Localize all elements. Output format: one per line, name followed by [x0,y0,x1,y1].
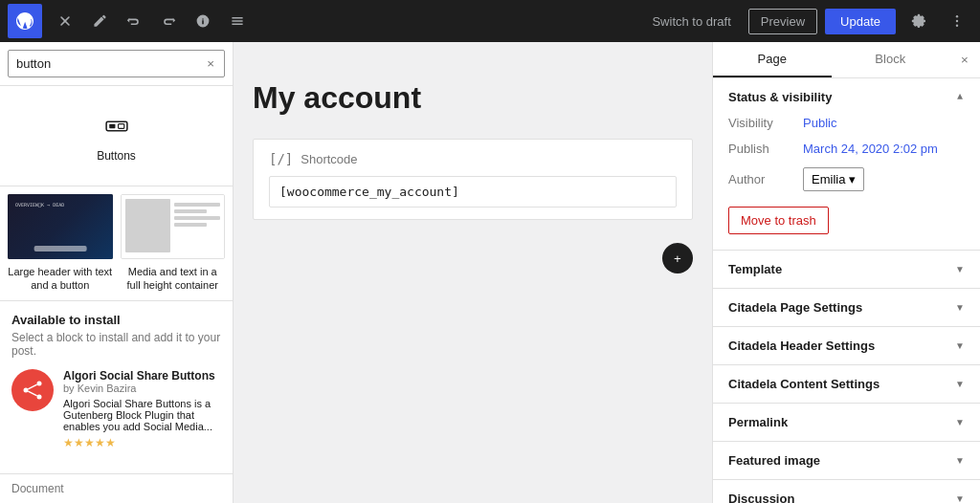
section-template-header[interactable]: Template ▼ [713,251,980,288]
svg-line-10 [28,391,36,396]
more-options-button[interactable] [942,6,972,36]
buttons-block-icon [100,109,134,143]
section-discussion-chevron: ▼ [955,493,965,503]
section-featured-image: Featured image ▼ [713,442,980,480]
shortcode-input[interactable] [269,176,677,208]
section-template-label: Template [728,262,782,276]
sidebar-body: Status & visibility ▼ Visibility Public … [713,78,980,503]
search-input[interactable] [16,56,199,71]
author-chevron-icon: ▾ [849,172,856,186]
info-button[interactable] [188,6,218,36]
publish-value[interactable]: March 24, 2020 2:02 pm [803,142,938,156]
switch-draft-button[interactable]: Switch to draft [642,9,740,34]
plugin-description: Algori Social Share Buttons is a Gutenbe… [63,398,221,432]
wp-logo[interactable] [8,4,42,38]
section-citadela-content-chevron: ▼ [955,379,965,389]
preview-line-2 [174,209,206,213]
redo-button[interactable] [153,6,184,36]
section-discussion-label: Discussion [728,492,794,503]
tab-block[interactable]: Block [832,42,950,77]
wp-logo-icon [15,11,34,31]
visibility-label: Visibility [728,116,795,130]
section-citadela-header-chevron: ▼ [955,340,965,351]
available-description: Select a block to install and add it to … [11,331,221,358]
editor-area: My account [/] Shortcode + [234,42,712,503]
section-status-content: Visibility Public Publish March 24, 2020… [713,116,980,250]
publish-row: Publish March 24, 2020 2:02 pm [728,142,965,156]
shortcode-label: Shortcode [301,152,357,166]
preview-light-text [174,199,220,227]
svg-point-8 [37,394,42,399]
undo-button[interactable] [119,6,149,36]
right-sidebar: Page Block × Status & visibility ▼ Visib… [712,42,980,503]
section-featured-image-chevron: ▼ [955,455,965,466]
author-select[interactable]: Emilia ▾ [803,167,864,191]
close-block-button[interactable] [50,6,80,36]
preview-card-light[interactable]: Media and text in a full height containe… [121,194,226,293]
section-permalink-header[interactable]: Permalink ▼ [713,404,980,441]
preview-line-1 [174,203,220,207]
toolbar-right: Switch to draft Preview Update [642,6,972,36]
shortcode-block[interactable]: [/] Shortcode [253,139,693,220]
sidebar-tabs: Page Block × [713,42,980,78]
search-clear-button[interactable]: × [205,55,216,73]
main-layout: × Buttons Large header wit [0,42,980,503]
preview-button[interactable]: Preview [748,9,817,34]
list-view-button[interactable] [222,6,253,36]
author-row: Author Emilia ▾ [728,167,965,191]
redo-icon [161,13,176,29]
page-title: My account [253,80,693,116]
section-citadela-header-label: Citadela Header Settings [728,339,875,353]
preview-card-dark[interactable]: Large header with text and a button [8,194,113,293]
share-icon [22,380,43,401]
add-block-button[interactable]: + [662,243,693,273]
buttons-icon [103,113,130,140]
preview-light-content [122,195,225,258]
shortcode-header: [/] Shortcode [269,151,677,166]
section-citadela-page: Citadela Page Settings ▼ [713,289,980,327]
close-icon [57,13,73,29]
section-citadela-content-header[interactable]: Citadela Content Settings ▼ [713,365,980,403]
section-discussion-header[interactable]: Discussion ▼ [713,480,980,503]
svg-point-0 [956,15,958,17]
plugin-card[interactable]: Algori Social Share Buttons by Kevin Baz… [11,369,221,449]
preview-light-label: Media and text in a full height containe… [121,265,226,293]
section-template-chevron: ▼ [955,264,965,274]
edit-icon [92,13,107,29]
section-permalink: Permalink ▼ [713,404,980,442]
info-icon [195,13,211,29]
section-citadela-content: Citadela Content Settings ▼ [713,365,980,404]
buttons-block-item[interactable]: Buttons [8,98,225,174]
section-citadela-header-header[interactable]: Citadela Header Settings ▼ [713,327,980,364]
section-status-visibility-header[interactable]: Status & visibility ▼ [713,78,980,116]
preview-image-light [121,194,226,259]
section-citadela-page-label: Citadela Page Settings [728,300,862,315]
plugin-name: Algori Social Share Buttons [63,369,221,383]
edit-button[interactable] [84,6,115,36]
section-discussion: Discussion ▼ [713,480,980,503]
svg-point-1 [956,20,958,22]
sidebar-close-button[interactable]: × [949,45,980,76]
more-options-icon [949,13,965,29]
plugin-icon [11,369,54,411]
search-input-wrap: × [8,50,225,77]
list-view-icon [230,13,245,29]
tab-page[interactable]: Page [713,42,832,77]
document-tab: Document [0,473,233,503]
move-to-trash-button[interactable]: Move to trash [728,207,829,234]
preview-line-4 [174,223,206,227]
plugin-info: Algori Social Share Buttons by Kevin Baz… [63,369,221,449]
section-featured-image-header[interactable]: Featured image ▼ [713,442,980,479]
section-status-visibility: Status & visibility ▼ Visibility Public … [713,78,980,251]
section-status-label: Status & visibility [728,90,832,104]
visibility-value[interactable]: Public [803,116,836,130]
available-title: Available to install [11,313,221,327]
section-citadela-page-chevron: ▼ [955,302,965,313]
svg-point-2 [956,25,958,27]
section-permalink-chevron: ▼ [955,417,965,427]
section-citadela-page-header[interactable]: Citadela Page Settings ▼ [713,289,980,326]
block-previews: Large header with text and a button Med [0,186,233,300]
update-button[interactable]: Update [825,9,896,34]
settings-button[interactable] [903,6,934,36]
section-citadela-content-label: Citadela Content Settings [728,377,880,391]
